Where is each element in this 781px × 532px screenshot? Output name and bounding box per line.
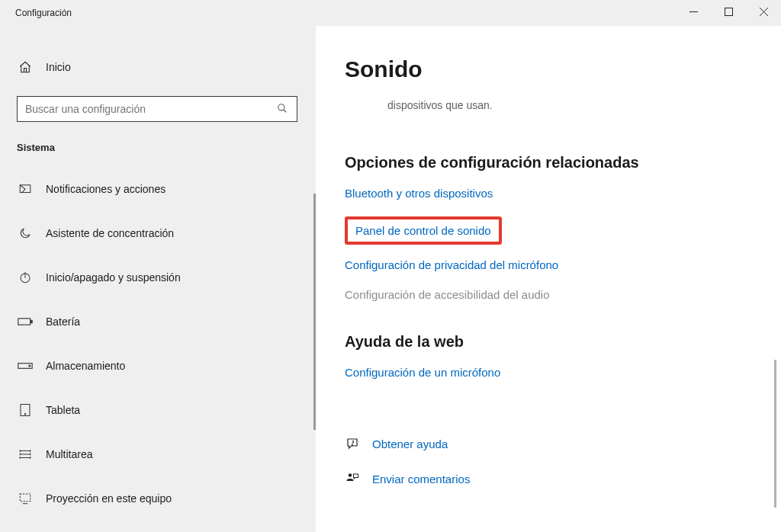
feedback-label: Enviar comentarios — [372, 473, 470, 486]
link-sound-control-panel[interactable]: Panel de control de sonido — [355, 224, 491, 237]
search-box[interactable] — [17, 96, 297, 122]
sidebar-item-label: Notificaciones y acciones — [46, 183, 166, 195]
feedback-row[interactable]: Enviar comentarios — [345, 466, 766, 492]
content-scrollbar-thumb[interactable] — [774, 360, 776, 508]
sidebar-home[interactable]: Inicio — [1, 52, 316, 82]
sidebar-nav: Notificaciones y acciones Asistente de c… — [1, 167, 316, 521]
tablet-icon — [17, 403, 34, 417]
sidebar-item-label: Batería — [46, 316, 80, 328]
sidebar-item-label: Proyección en este equipo — [46, 492, 172, 505]
sidebar-item-power[interactable]: Inicio/apagado y suspensión — [1, 255, 316, 300]
page-title: Sonido — [345, 56, 766, 82]
sidebar-item-label: Asistente de concentración — [46, 227, 174, 239]
battery-icon — [17, 316, 34, 327]
close-button[interactable] — [746, 1, 781, 23]
close-icon — [760, 8, 768, 16]
sidebar-item-label: Almacenamiento — [46, 360, 125, 372]
svg-point-1 — [278, 104, 284, 111]
link-bluetooth[interactable]: Bluetooth y otros dispositivos — [345, 187, 493, 200]
svg-point-12 — [349, 473, 352, 477]
svg-rect-5 — [31, 320, 33, 322]
svg-rect-0 — [725, 8, 732, 15]
sidebar-section-label: Sistema — [1, 142, 316, 153]
projection-icon — [17, 492, 34, 505]
link-audio-accessibility: Configuración de accesibilidad del audio — [345, 288, 766, 301]
svg-point-9 — [24, 414, 26, 415]
sidebar-item-battery[interactable]: Batería — [1, 300, 316, 344]
sidebar-item-notifications[interactable]: Notificaciones y acciones — [1, 167, 316, 211]
svg-rect-10 — [20, 494, 31, 502]
multitask-icon — [17, 447, 34, 461]
maximize-button[interactable] — [711, 1, 746, 23]
search-icon — [277, 103, 289, 115]
get-help-row[interactable]: Obtener ayuda — [345, 431, 766, 457]
related-heading: Opciones de configuración relacionadas — [345, 154, 766, 171]
sidebar-item-projection[interactable]: Proyección en este equipo — [1, 476, 316, 521]
minimize-icon — [689, 8, 698, 16]
moon-icon — [17, 226, 34, 240]
window-controls — [676, 1, 781, 26]
sidebar-item-multitask[interactable]: Multitarea — [1, 432, 316, 476]
svg-rect-4 — [18, 319, 31, 325]
sidebar: Inicio Sistema Notificaciones y acciones… — [1, 26, 316, 532]
get-help-label: Obtener ayuda — [372, 437, 448, 450]
link-mic-privacy[interactable]: Configuración de privacidad del micrófon… — [345, 258, 558, 271]
minimize-button[interactable] — [676, 1, 711, 23]
sound-panel-highlight: Panel de control de sonido — [345, 216, 502, 245]
sidebar-item-tablet[interactable]: Tableta — [1, 388, 316, 432]
feedback-icon — [345, 472, 360, 486]
sidebar-item-storage[interactable]: Almacenamiento — [1, 344, 316, 388]
sidebar-home-label: Inicio — [46, 61, 71, 73]
link-mic-setup[interactable]: Configuración de un micrófono — [345, 366, 500, 379]
titlebar: Configuración — [1, 1, 781, 26]
webhelp-heading: Ayuda de la web — [345, 333, 766, 351]
svg-point-7 — [29, 365, 31, 367]
svg-point-11 — [352, 444, 353, 445]
search-input[interactable] — [25, 103, 277, 115]
sidebar-item-label: Tableta — [46, 404, 80, 416]
notifications-icon — [17, 182, 34, 196]
power-icon — [17, 271, 34, 284]
maximize-icon — [725, 8, 733, 16]
page-subtitle: dispositivos que usan. — [345, 99, 766, 111]
content: Sonido dispositivos que usan. Opciones d… — [316, 26, 781, 532]
sidebar-item-label: Multitarea — [46, 448, 92, 460]
get-help-icon — [345, 437, 360, 450]
window-title: Configuración — [15, 8, 72, 18]
sidebar-item-focus-assist[interactable]: Asistente de concentración — [1, 211, 316, 255]
sidebar-item-label: Inicio/apagado y suspensión — [46, 271, 181, 284]
home-icon — [17, 60, 34, 74]
storage-icon — [17, 361, 34, 371]
